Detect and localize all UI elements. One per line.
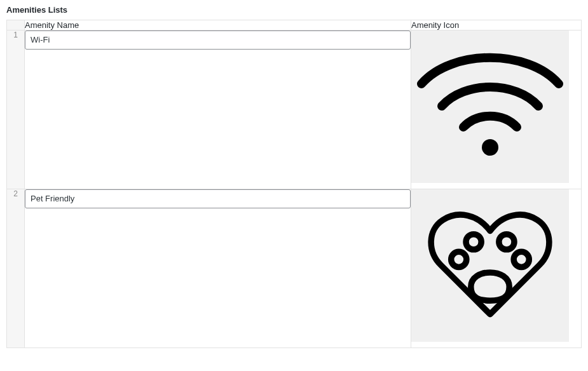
section-title: Amenities Lists [6,5,582,15]
amenity-icon-preview[interactable] [411,30,569,183]
row-index: 2 [7,189,25,348]
svg-point-4 [514,252,529,267]
paw-heart-icon [414,205,566,327]
svg-point-3 [451,252,467,267]
col-header-name: Amenity Name [25,20,411,30]
table-row: 1 [7,30,582,189]
table-row: 2 [7,189,582,348]
row-index: 1 [7,30,25,189]
col-header-icon: Amenity Icon [411,20,582,30]
amenity-icon-preview[interactable] [411,189,569,342]
amenities-table: Amenity Name Amenity Icon 1 [6,20,582,348]
amenity-name-input[interactable] [25,30,411,50]
amenity-name-input[interactable] [25,189,411,208]
svg-point-2 [499,234,514,249]
svg-point-0 [482,139,498,156]
col-header-index [7,20,25,30]
wifi-icon [414,46,566,168]
svg-point-1 [466,234,481,249]
